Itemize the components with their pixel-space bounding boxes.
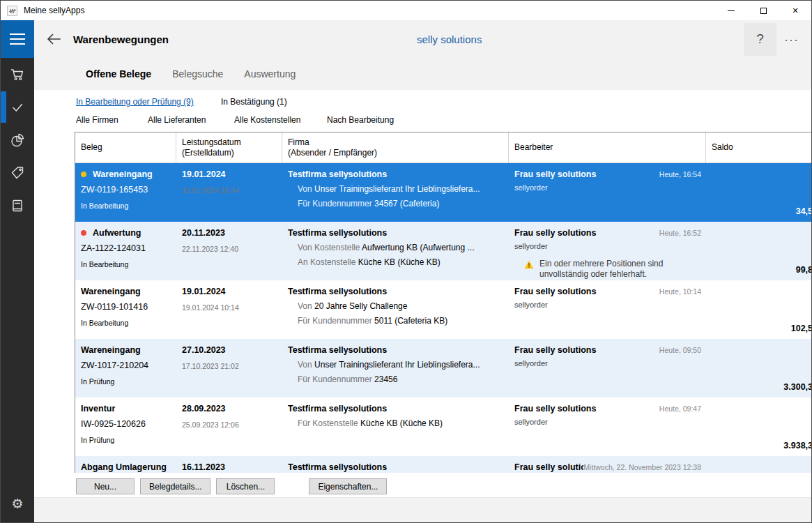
close-button[interactable]: ✕ [779, 1, 811, 20]
cell-company: Testfirma sellysolutions Von Unser Train… [282, 339, 509, 397]
cell-beleg: Abgang Umlagerung [75, 456, 176, 473]
sidebar-nav [1, 58, 34, 222]
brand-text: selly solutions [417, 33, 482, 45]
created-date: 19.01.2024 16:54 [182, 186, 282, 195]
filter-secondary-1[interactable]: Alle Lieferanten [148, 115, 206, 125]
cell-date: 28.09.2023 25.09.2023 12:06 [176, 397, 282, 456]
back-button[interactable] [40, 25, 68, 53]
close-icon: ✕ [792, 6, 798, 15]
sidebar-item-cart[interactable] [1, 58, 34, 91]
tab-2[interactable]: Auswertung [244, 68, 296, 79]
cell-beleg: Inventur IW-0925-120626 In Prüfung [75, 397, 176, 456]
document-type: Inventur [81, 404, 115, 414]
table-row[interactable]: Wareneingang ZW-0119-165453 In Bearbeitu… [75, 163, 812, 222]
tab-1[interactable]: Belegsuche [172, 68, 223, 79]
cell-company: Testfirma sellysolutions Für Kostenstell… [282, 397, 509, 456]
help-button[interactable]: ? [744, 23, 776, 56]
sidebar-item-catalog[interactable] [1, 189, 34, 222]
action-button-2[interactable]: Löschen... [216, 478, 275, 494]
document-status: In Bearbeitung [81, 319, 176, 327]
table-header: BelegLeistungsdatum(Erstelldatum)Firma(A… [75, 132, 812, 163]
more-button[interactable]: ··· [776, 23, 807, 56]
editor-account: sellyorder [514, 418, 706, 426]
editor-name: Frau selly solutions [514, 345, 596, 355]
filter-secondary-0[interactable]: Alle Firmen [76, 115, 118, 125]
cell-date: 27.10.2023 17.10.2023 21:02 [176, 339, 282, 397]
document-status: In Bearbeitung [81, 202, 176, 210]
table-row[interactable]: Abgang Umlagerung 16.11.2023 Testfirma s… [75, 456, 812, 473]
table-row[interactable]: Wareneingang ZW-1017-210204 In Prüfung 2… [75, 339, 812, 397]
cell-editor: Frau selly solutionsHeute, 10:14 sellyor… [509, 280, 706, 339]
cell-editor: Frau selly solutionsHeute, 16:54 sellyor… [509, 163, 706, 222]
cell-date: 19.01.2024 19.01.2024 16:54 [176, 163, 282, 222]
back-arrow-icon [46, 32, 61, 46]
tab-0[interactable]: Offene Belege [86, 68, 151, 79]
sidebar-item-statistics[interactable] [1, 123, 34, 156]
menu-button[interactable] [1, 20, 34, 58]
hamburger-icon [10, 33, 25, 35]
company-detail: Von Unser Trainingslieferant Ihr Lieblin… [298, 360, 509, 370]
book-icon [9, 197, 26, 214]
table-row[interactable]: Aufwertung ZA-1122-124031 In Bearbeitung… [75, 222, 812, 280]
action-button-0[interactable]: Neu... [76, 478, 135, 494]
editor-name: Frau selly solutions [514, 462, 583, 472]
column-header-0[interactable]: Beleg [75, 132, 176, 162]
content-area: In Bearbeitung oder Prüfung (9)In Bestät… [34, 90, 811, 497]
window-controls: ✕ [715, 1, 811, 20]
table-row[interactable]: Wareneingang ZW-0119-101416 In Bearbeitu… [75, 280, 812, 339]
created-date: 19.01.2024 10:14 [182, 303, 282, 312]
column-header-1[interactable]: Leistungsdatum(Erstelldatum) [176, 132, 282, 162]
document-number: ZW-0119-165453 [81, 185, 176, 195]
edit-timestamp: Heute, 16:54 [659, 170, 706, 179]
service-date: 16.11.2023 [182, 462, 225, 472]
edit-timestamp: Heute, 16:52 [659, 229, 706, 237]
filter-primary-0[interactable]: In Bearbeitung oder Prüfung (9) [76, 97, 194, 107]
cell-saldo: 102,53 [706, 280, 812, 339]
filter-primary-1[interactable]: In Bestätigung (1) [221, 97, 287, 107]
company-detail: Für Kundennummer 23456 [298, 374, 509, 384]
sidebar-item-price-tag[interactable] [1, 156, 34, 189]
company-name: Testfirma sellysolutions [288, 345, 387, 355]
cell-editor: Frau selly solutionsHeute, 09:50 sellyor… [509, 339, 706, 397]
table-row[interactable]: Inventur IW-0925-120626 In Prüfung 28.09… [75, 397, 812, 456]
cell-saldo [706, 456, 812, 473]
cell-beleg: Wareneingang ZW-0119-165453 In Bearbeitu… [75, 163, 176, 222]
column-header-4[interactable]: Saldo [706, 132, 812, 162]
editor-account: sellyorder [514, 301, 706, 309]
sidebar-item-open-documents[interactable] [1, 91, 34, 123]
created-date: 25.09.2023 12:06 [182, 420, 282, 429]
company-detail: Von Unser Trainingslieferant Ihr Lieblin… [298, 184, 509, 194]
cell-saldo: 3.938,39 [706, 397, 812, 456]
app-icon: w [7, 6, 17, 16]
company-name: Testfirma sellysolutions [288, 404, 387, 414]
company-detail: An Kostenstelle Küche KB (Küche KB) [298, 257, 509, 267]
cell-editor: Frau selly solutionsMittwoch, 22. Novemb… [509, 456, 706, 473]
action-button-1[interactable]: Belegdetails... [140, 478, 210, 494]
app-header: Warenbewegungen selly solutions ? ··· [34, 20, 811, 58]
checkmark-icon [9, 99, 26, 116]
position-warning: Ein oder mehrere Positionen sind unvolls… [524, 259, 684, 280]
cell-company: Testfirma sellysolutions Von 20 Jahre Se… [282, 280, 509, 339]
saldo-value: 34,50 [796, 206, 812, 216]
editor-name: Frau selly solutions [514, 404, 596, 414]
gear-icon: ⚙ [11, 496, 23, 511]
action-button-3[interactable]: Eigenschaften... [309, 478, 387, 494]
document-type: Wareneingang [81, 345, 141, 355]
maximize-button[interactable] [747, 1, 779, 20]
filter-secondary-2[interactable]: Alle Kostenstellen [234, 115, 300, 125]
service-date: 19.01.2024 [182, 287, 226, 296]
document-type: Aufwertung [93, 228, 141, 238]
filter-secondary-3[interactable]: Nach Bearbeitung [327, 115, 394, 125]
column-header-3[interactable]: Bearbeiter [509, 132, 706, 162]
document-number: ZA-1122-124031 [81, 243, 176, 253]
minimize-button[interactable] [715, 1, 747, 20]
document-type: Abgang Umlagerung [81, 462, 167, 472]
column-header-2[interactable]: Firma(Absender / Empfänger) [282, 132, 509, 162]
sidebar-item-settings[interactable]: ⚙ [1, 487, 34, 520]
service-date: 20.11.2023 [182, 228, 225, 238]
saldo-value: 3.300,36 [783, 382, 812, 392]
cell-editor: Frau selly solutionsHeute, 09:47 sellyor… [509, 397, 706, 456]
editor-account: sellyorder [514, 359, 706, 367]
minimize-icon [728, 10, 735, 11]
document-status: In Prüfung [81, 436, 176, 444]
